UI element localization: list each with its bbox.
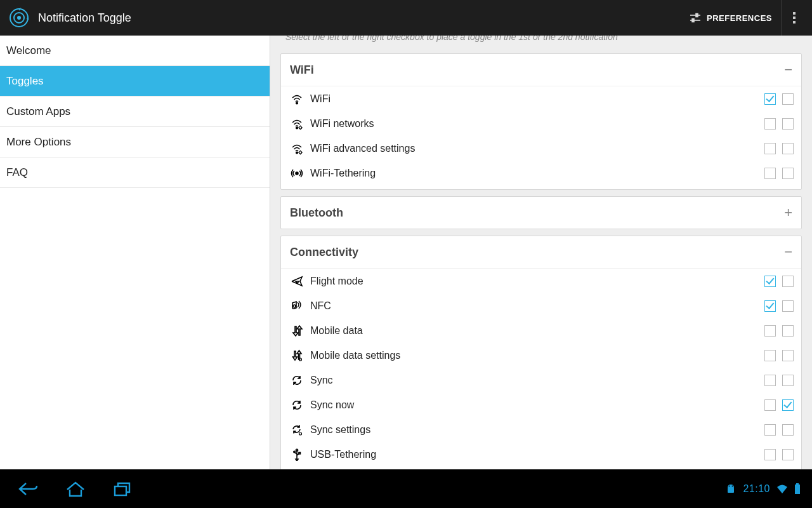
svg-rect-20 — [728, 488, 734, 493]
svg-rect-18 — [299, 452, 300, 453]
checkbox-notification-2[interactable] — [782, 118, 794, 130]
toggle-label: USB-Tethering — [310, 449, 758, 460]
section-wifi: WiFi− WiFi WiFi networks WiFi advanced s… — [280, 53, 802, 190]
checkbox-notification-1[interactable] — [764, 168, 776, 179]
svg-rect-19 — [115, 486, 126, 495]
wifi-gear-icon — [289, 140, 305, 157]
svg-point-7 — [296, 102, 298, 104]
sync-icon — [289, 372, 305, 389]
toggle-label: Sync now — [310, 399, 758, 411]
preferences-button[interactable]: PREFERENCES — [680, 0, 782, 36]
section-connectivity: Connectivity− Flight mode NFC Mobile dat… — [280, 236, 802, 469]
content-area: WelcomeTogglesCustom AppsMore OptionsFAQ… — [0, 36, 812, 469]
toggle-row: Sync now — [281, 392, 801, 417]
toggle-label: NFC — [310, 300, 758, 312]
collapse-icon: − — [784, 63, 792, 77]
collapse-icon: − — [784, 245, 792, 259]
sync-gear-icon — [289, 422, 305, 438]
section-header-bluetooth[interactable]: Bluetooth+ — [281, 197, 801, 229]
checkbox-notification-1[interactable] — [764, 276, 776, 287]
svg-point-8 — [296, 127, 298, 129]
checkbox-notification-2[interactable] — [782, 424, 794, 436]
sidebar-item-custom-apps[interactable]: Custom Apps — [0, 97, 270, 127]
wifi-status-icon — [776, 484, 788, 494]
status-area[interactable]: 21:10 — [725, 483, 801, 495]
wifi-icon — [289, 91, 305, 107]
checkbox-notification-1[interactable] — [764, 143, 776, 154]
checkbox-notification-2[interactable] — [782, 375, 794, 386]
svg-point-11 — [299, 151, 302, 154]
hint-text: Select the left or the right checkbox to… — [270, 36, 812, 47]
battery-status-icon — [794, 483, 801, 495]
checkbox-notification-1[interactable] — [764, 325, 776, 337]
section-header-connectivity[interactable]: Connectivity− — [281, 236, 801, 269]
svg-point-9 — [299, 126, 302, 129]
checkbox-notification-2[interactable] — [782, 325, 794, 337]
expand-icon: + — [784, 206, 792, 220]
checkbox-notification-1[interactable] — [764, 449, 776, 460]
sidebar-item-welcome[interactable]: Welcome — [0, 36, 270, 66]
checkbox-notification-2[interactable] — [782, 93, 794, 105]
svg-rect-4 — [696, 14, 698, 17]
toggle-label: Flight mode — [310, 276, 758, 287]
toggle-label: Mobile data settings — [310, 350, 758, 361]
section-title: WiFi — [290, 64, 314, 77]
toggle-label: Sync settings — [310, 424, 758, 436]
checkbox-notification-2[interactable] — [782, 350, 794, 361]
svg-rect-24 — [796, 483, 799, 485]
toggle-label: Sync — [310, 375, 758, 386]
checkbox-notification-2[interactable] — [782, 276, 794, 287]
app-title: Notification Toggle — [38, 11, 680, 25]
overflow-menu-button[interactable] — [782, 12, 807, 23]
checkbox-notification-2[interactable] — [782, 300, 794, 312]
sidebar-item-faq[interactable]: FAQ — [0, 157, 270, 188]
svg-point-21 — [729, 486, 730, 487]
svg-point-12 — [296, 172, 298, 175]
svg-point-17 — [294, 451, 295, 452]
home-button[interactable] — [58, 476, 93, 502]
checkbox-notification-2[interactable] — [782, 168, 794, 179]
preferences-label: PREFERENCES — [707, 13, 772, 23]
toggle-label: WiFi-Tethering — [310, 168, 758, 179]
toggle-label: WiFi networks — [310, 118, 758, 130]
svg-point-22 — [732, 486, 733, 487]
data-icon — [289, 323, 305, 339]
svg-rect-23 — [795, 485, 800, 494]
toggle-row: Flight mode — [281, 269, 801, 293]
toggle-row: WiFi — [281, 86, 801, 111]
checkbox-notification-1[interactable] — [764, 399, 776, 411]
checkbox-notification-1[interactable] — [764, 424, 776, 436]
section-header-wifi[interactable]: WiFi− — [281, 54, 801, 86]
toggle-row: NFC — [281, 293, 801, 318]
sidebar-item-toggles[interactable]: Toggles — [0, 66, 270, 97]
sidebar-item-more-options[interactable]: More Options — [0, 127, 270, 157]
checkbox-notification-1[interactable] — [764, 350, 776, 361]
toggle-label: WiFi — [310, 93, 758, 105]
checkbox-notification-1[interactable] — [764, 300, 776, 312]
toggle-row: Mobile data settings — [281, 343, 801, 368]
checkbox-notification-2[interactable] — [782, 399, 794, 411]
checkbox-notification-1[interactable] — [764, 375, 776, 386]
toggle-row: USB-Tethering — [281, 442, 801, 467]
toggle-row: Mobile data — [281, 318, 801, 343]
section-title: Bluetooth — [290, 206, 343, 220]
sync-icon — [289, 397, 305, 413]
status-clock: 21:10 — [743, 483, 770, 495]
nfc-icon — [289, 298, 305, 314]
toggle-label: WiFi advanced settings — [310, 143, 758, 154]
toggle-row: Sync settings — [281, 417, 801, 442]
wifi-gear-icon — [289, 116, 305, 132]
checkbox-notification-1[interactable] — [764, 118, 776, 130]
checkbox-notification-1[interactable] — [764, 93, 776, 105]
checkbox-notification-2[interactable] — [782, 449, 794, 460]
svg-point-10 — [296, 152, 298, 154]
section-bluetooth: Bluetooth+ — [280, 196, 802, 229]
data-gear-icon — [289, 347, 305, 364]
tether-icon — [289, 165, 305, 182]
plane-icon — [289, 273, 305, 290]
sidebar: WelcomeTogglesCustom AppsMore OptionsFAQ — [0, 36, 270, 469]
recents-button[interactable] — [105, 476, 140, 502]
back-button[interactable] — [11, 476, 46, 502]
svg-point-14 — [299, 432, 302, 435]
checkbox-notification-2[interactable] — [782, 143, 794, 154]
